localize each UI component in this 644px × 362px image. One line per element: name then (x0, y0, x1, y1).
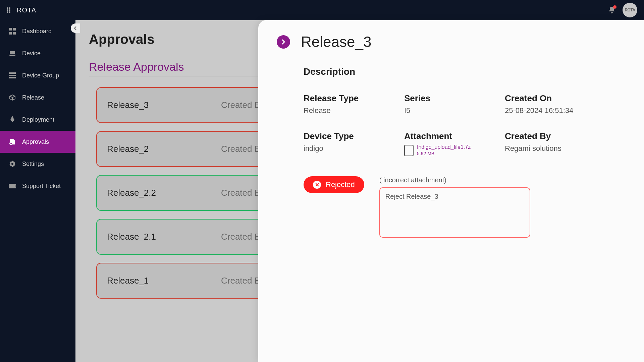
sidebar-item-device[interactable]: Device (0, 42, 75, 64)
close-icon: ✕ (313, 181, 321, 189)
avatar[interactable]: ROTA (623, 3, 637, 17)
notifications-button[interactable] (608, 6, 616, 14)
sidebar-item-label: Release (22, 94, 44, 101)
chevron-right-icon (281, 39, 286, 45)
info-grid: Release Type Release Series I5 Created O… (304, 93, 626, 156)
svg-point-3 (9, 9, 10, 11)
field-value: I5 (404, 106, 505, 115)
card-release-name: Release_2.2 (107, 188, 191, 198)
panel-title: Release_3 (301, 34, 371, 50)
deployment-icon (9, 116, 16, 123)
panel-close-button[interactable] (277, 35, 290, 49)
header-right: ROTA (608, 3, 637, 17)
attachment-filename: Indigo_upload_file1.7z (417, 144, 471, 150)
status-row: ✕ Rejected ( incorrect attachment) Rejec… (304, 176, 626, 238)
field-label: Release Type (304, 93, 404, 104)
svg-point-13 (9, 142, 13, 145)
device-group-icon (9, 72, 16, 79)
field-attachment: Attachment Indigo_upload_file1.7z 5.92 M… (404, 131, 505, 156)
sidebar-item-label: Dashboard (22, 28, 52, 35)
svg-rect-6 (9, 28, 12, 31)
description-label: Description (304, 66, 626, 77)
sidebar-item-device-group[interactable]: Device Group (0, 64, 75, 86)
svg-point-15 (11, 163, 13, 165)
svg-rect-9 (13, 32, 16, 35)
svg-point-5 (9, 11, 10, 13)
svg-rect-11 (9, 75, 16, 76)
svg-rect-12 (9, 77, 16, 78)
detail-panel: Release_3 Description Release Type Relea… (258, 20, 644, 362)
notification-dot (613, 5, 616, 9)
field-created-by: Created By Regami solutions (505, 131, 605, 156)
file-icon (404, 145, 414, 156)
card-release-name: Release_1 (107, 276, 191, 286)
svg-point-4 (7, 11, 8, 13)
field-label: Created By (505, 131, 605, 141)
field-value: indigo (304, 144, 404, 153)
menu-grip-icon[interactable] (7, 7, 13, 13)
sidebar-item-label: Device Group (22, 72, 59, 79)
svg-rect-7 (13, 28, 16, 31)
svg-point-1 (9, 7, 10, 9)
sidebar-item-label: Settings (22, 161, 44, 168)
status-badge-rejected: ✕ Rejected (304, 176, 364, 193)
sidebar: Dashboard Device Device Group Release De… (0, 20, 75, 362)
field-device-type: Device Type indigo (304, 131, 404, 156)
field-series: Series I5 (404, 93, 505, 115)
sidebar-item-support-ticket[interactable]: Support Ticket (0, 175, 75, 197)
card-release-name: Release_3 (107, 100, 191, 110)
field-label: Device Type (304, 131, 404, 141)
field-value: Regami solutions (505, 144, 605, 153)
sidebar-item-approvals[interactable]: Approvals (0, 131, 75, 153)
svg-rect-8 (9, 32, 12, 35)
sidebar-item-settings[interactable]: Settings (0, 153, 75, 175)
settings-icon (9, 160, 16, 168)
svg-point-0 (7, 7, 8, 9)
brand-name: ROTA (17, 6, 36, 14)
sidebar-collapse-button[interactable] (71, 23, 80, 33)
field-value: Release (304, 106, 404, 115)
reason-textbox[interactable]: Reject Release_3 (379, 187, 530, 238)
device-icon (9, 50, 16, 57)
status-label: Rejected (326, 180, 355, 189)
svg-point-2 (7, 9, 8, 11)
field-label: Attachment (404, 131, 505, 141)
sidebar-item-label: Support Ticket (22, 183, 61, 190)
sidebar-item-dashboard[interactable]: Dashboard (0, 20, 75, 42)
svg-rect-10 (9, 72, 16, 74)
card-release-name: Release_2 (107, 144, 191, 154)
field-release-type: Release Type Release (304, 93, 404, 115)
attachment-filesize: 5.92 MB (417, 151, 471, 156)
panel-header: Release_3 (277, 34, 626, 50)
field-label: Created On (505, 93, 605, 104)
sidebar-item-label: Approvals (22, 138, 49, 145)
reason-note: ( incorrect attachment) (379, 176, 626, 184)
sidebar-item-release[interactable]: Release (0, 86, 75, 109)
top-header: ROTA ROTA (0, 0, 644, 20)
dashboard-icon (9, 27, 16, 35)
sidebar-item-label: Deployment (22, 116, 54, 123)
release-icon (9, 94, 16, 101)
brand: ROTA (7, 6, 36, 14)
field-label: Series (404, 93, 505, 104)
approvals-icon (9, 138, 16, 145)
ticket-icon (9, 182, 16, 190)
sidebar-item-label: Device (22, 50, 41, 57)
sidebar-item-deployment[interactable]: Deployment (0, 109, 75, 131)
field-created-on: Created On 25-08-2024 16:51:34 (505, 93, 605, 115)
attachment-link[interactable]: Indigo_upload_file1.7z 5.92 MB (404, 144, 505, 156)
field-value: 25-08-2024 16:51:34 (505, 106, 605, 115)
reason-column: ( incorrect attachment) Reject Release_3 (379, 176, 626, 238)
card-release-name: Release_2.1 (107, 232, 191, 242)
